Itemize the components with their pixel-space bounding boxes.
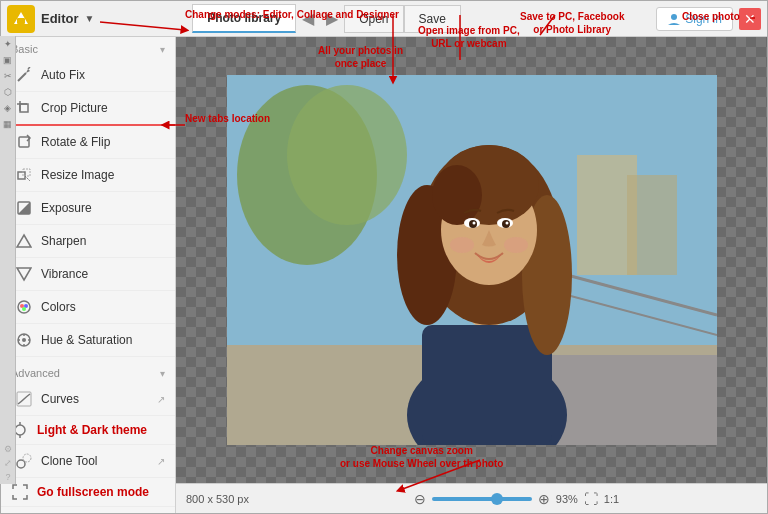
- svg-line-5: [28, 67, 30, 69]
- help-icon[interactable]: ?: [5, 472, 10, 482]
- svg-point-61: [504, 237, 528, 253]
- photo-library-tab[interactable]: Photo library: [192, 4, 296, 33]
- exposure-label: Exposure: [41, 201, 92, 215]
- fullscreen-btn-icon[interactable]: ⛶: [584, 491, 598, 507]
- app-logo: [7, 5, 35, 33]
- zoom-out-icon[interactable]: ⊖: [414, 491, 426, 507]
- clone-expand-icon: ↗: [157, 456, 165, 467]
- sidebar-item-rotate[interactable]: Rotate & Flip: [1, 126, 175, 159]
- triangle-icon: [15, 232, 33, 250]
- tool-icon-3[interactable]: ✂: [4, 71, 12, 81]
- top-bar-center: Photo library ◀ ▶ Open Save: [192, 4, 461, 33]
- zoom-percent: 93%: [556, 493, 578, 505]
- tool-icon-6[interactable]: ▦: [3, 119, 12, 129]
- svg-point-33: [23, 454, 31, 462]
- nav-back-button[interactable]: ◀: [296, 7, 320, 30]
- resize-label: Resize Image: [41, 168, 114, 182]
- save-tab[interactable]: Save: [404, 5, 461, 33]
- photo-display: [227, 75, 717, 445]
- svg-point-2: [671, 14, 677, 20]
- svg-rect-46: [422, 325, 552, 445]
- canvas-wrapper[interactable]: [176, 37, 767, 483]
- sidebar-item-clone[interactable]: Clone Tool ↗: [1, 445, 175, 478]
- top-bar-right: Sign in ✕: [656, 7, 761, 31]
- wand-icon: [15, 66, 33, 84]
- tool-icon-5[interactable]: ◈: [4, 103, 11, 113]
- sidebar-item-crop[interactable]: Crop Picture: [1, 92, 175, 126]
- sidebar-item-hue[interactable]: Hue & Saturation: [1, 324, 175, 357]
- svg-line-3: [18, 73, 26, 81]
- svg-point-28: [15, 425, 25, 435]
- tool-icon-2[interactable]: ▣: [3, 55, 12, 65]
- editor-label: Editor: [41, 11, 79, 26]
- top-bar: Editor ▼ Photo library ◀ ▶ Open Save Sig…: [1, 1, 767, 37]
- left-icon-strip: ✦ ▣ ✂ ⬡ ◈ ▦: [0, 36, 16, 484]
- close-button[interactable]: ✕: [739, 8, 761, 30]
- sidebar-item-vibrance[interactable]: Vibrance: [1, 258, 175, 291]
- vibrance-icon: [15, 265, 33, 283]
- resize-icon-strip[interactable]: ⤢: [4, 458, 12, 468]
- fullscreen-label: Go fullscreen mode: [37, 485, 149, 499]
- svg-point-59: [505, 222, 508, 225]
- sidebar-item-curves[interactable]: Curves ↗: [1, 383, 175, 416]
- top-bar-left: Editor ▼: [7, 5, 94, 33]
- mode-arrow-icon[interactable]: ▼: [85, 13, 95, 24]
- sidebar-item-theme[interactable]: Light & Dark theme: [1, 416, 175, 445]
- svg-rect-8: [20, 104, 28, 112]
- exposure-icon: [15, 199, 33, 217]
- theme-label: Light & Dark theme: [37, 423, 147, 437]
- svg-point-20: [22, 307, 26, 311]
- sidebar-item-exposure[interactable]: Exposure: [1, 192, 175, 225]
- zoom-in-icon[interactable]: ⊕: [538, 491, 550, 507]
- colors-icon: [15, 298, 33, 316]
- svg-rect-9: [19, 137, 29, 147]
- svg-point-58: [472, 222, 475, 225]
- tool-icon-4[interactable]: ⬡: [4, 87, 12, 97]
- auto-fix-label: Auto Fix: [41, 68, 85, 82]
- colors-label: Colors: [41, 300, 76, 314]
- zoom-slider-thumb: [491, 493, 503, 505]
- advanced-chevron-icon: ▾: [160, 368, 165, 379]
- signin-label: Sign in: [685, 12, 722, 26]
- svg-point-32: [17, 460, 25, 468]
- svg-marker-14: [18, 202, 30, 214]
- user-icon: [667, 12, 681, 26]
- clone-label: Clone Tool: [41, 454, 97, 468]
- app-container: Editor ▼ Photo library ◀ ▶ Open Save Sig…: [0, 0, 768, 514]
- hue-icon: [15, 331, 33, 349]
- nav-forward-button[interactable]: ▶: [320, 7, 344, 30]
- crop-icon: [15, 99, 33, 117]
- sidebar-item-auto-fix[interactable]: Auto Fix: [1, 59, 175, 92]
- crop-label: Crop Picture: [41, 101, 108, 115]
- advanced-section-label: Advanced ▾: [1, 361, 175, 383]
- open-tab[interactable]: Open: [344, 5, 403, 33]
- fullscreen-icon: [11, 483, 29, 501]
- sidebar-item-erase[interactable]: Erase Background: [1, 507, 175, 513]
- sidebar-item-colors[interactable]: Colors: [1, 291, 175, 324]
- svg-point-60: [450, 237, 474, 253]
- sidebar-item-fullscreen[interactable]: Go fullscreen mode: [1, 478, 175, 507]
- bottom-bar: 800 x 530 px ⊖ ⊕ 93% ⛶ 1:1: [176, 483, 767, 513]
- svg-marker-4: [26, 69, 30, 73]
- rotate-icon: [15, 133, 33, 151]
- curves-label: Curves: [41, 392, 79, 406]
- svg-point-38: [287, 85, 407, 225]
- zoom-slider[interactable]: [432, 497, 532, 501]
- sidebar-item-sharpen[interactable]: Sharpen: [1, 225, 175, 258]
- svg-rect-40: [627, 175, 677, 275]
- basic-chevron-icon: ▾: [160, 44, 165, 55]
- tool-icon-1[interactable]: ✦: [4, 39, 12, 49]
- sidebar-item-resize[interactable]: Resize Image: [1, 159, 175, 192]
- basic-section-label: Basic ▾: [1, 37, 175, 59]
- settings-icon[interactable]: ⚙: [4, 444, 12, 454]
- signin-button[interactable]: Sign in: [656, 7, 733, 31]
- curves-icon: [15, 390, 33, 408]
- svg-marker-16: [17, 268, 31, 280]
- dimensions-label: 800 x 530 px: [186, 493, 266, 505]
- svg-point-53: [432, 165, 482, 225]
- svg-rect-1: [17, 18, 25, 24]
- main-content: Basic ▾ Auto Fix: [1, 37, 767, 513]
- svg-point-22: [22, 338, 26, 342]
- vibrance-label: Vibrance: [41, 267, 88, 281]
- sharpen-label: Sharpen: [41, 234, 86, 248]
